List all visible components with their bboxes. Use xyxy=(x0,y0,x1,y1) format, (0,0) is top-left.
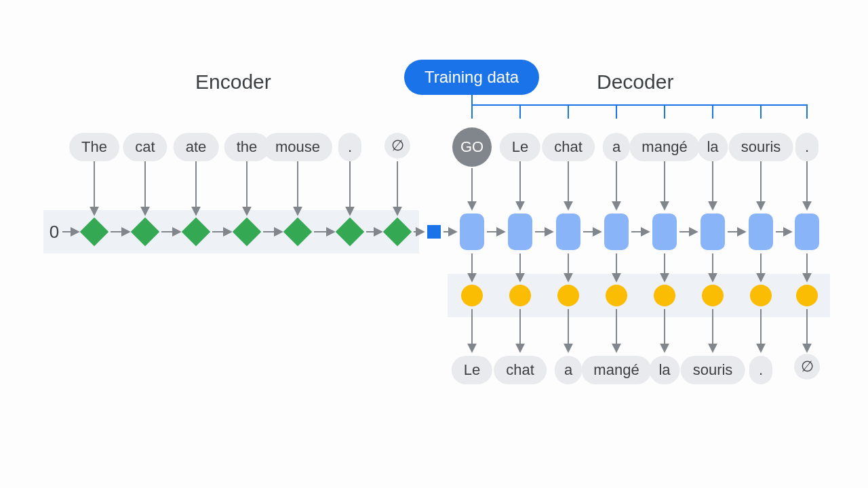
decoder-softmax-5 xyxy=(702,285,724,306)
encoder-token-1: cat xyxy=(123,133,167,161)
decoder-output-6: . xyxy=(749,356,772,384)
decoder-input-7: . xyxy=(795,133,818,161)
decoder-softmax-0 xyxy=(461,285,483,306)
encoder-token-0: The xyxy=(69,133,119,161)
context-vector xyxy=(427,225,441,239)
decoder-title: Decoder xyxy=(597,70,673,94)
decoder-output-0: Le xyxy=(452,356,492,384)
decoder-softmax-2 xyxy=(557,285,579,306)
decoder-input-6: souris xyxy=(729,133,793,161)
decoder-cell-1 xyxy=(508,214,532,250)
encoder-token-2: ate xyxy=(174,133,219,161)
decoder-output-5: souris xyxy=(681,356,745,384)
decoder-softmax-7 xyxy=(796,285,818,306)
decoder-softmax-6 xyxy=(750,285,772,306)
decoder-cell-6 xyxy=(749,214,773,250)
decoder-input-2: chat xyxy=(542,133,595,161)
training-data-badge: Training data xyxy=(404,60,539,95)
decoder-output-3: mangé xyxy=(581,356,651,384)
decoder-input-1: Le xyxy=(500,133,540,161)
encoder-initial-state: 0 xyxy=(50,222,59,243)
decoder-input-3: a xyxy=(603,133,630,161)
decoder-cell-7 xyxy=(795,214,819,250)
decoder-input-4: mangé xyxy=(629,133,699,161)
decoder-input-5: la xyxy=(697,133,728,161)
decoder-cell-0 xyxy=(460,214,484,250)
decoder-output-4: la xyxy=(649,356,679,384)
decoder-cell-2 xyxy=(556,214,580,250)
decoder-cell-3 xyxy=(604,214,629,250)
decoder-softmax-1 xyxy=(509,285,531,306)
decoder-output-1: chat xyxy=(494,356,547,384)
decoder-cell-5 xyxy=(701,214,725,250)
decoder-output-7: ∅ xyxy=(794,354,820,380)
decoder-output-track xyxy=(448,274,830,317)
decoder-output-2: a xyxy=(555,356,582,384)
decoder-softmax-4 xyxy=(654,285,675,306)
decoder-input-go: GO xyxy=(452,127,492,167)
decoder-cell-4 xyxy=(652,214,677,250)
encoder-token-6: ∅ xyxy=(384,133,410,159)
encoder-token-4: mouse xyxy=(263,133,332,161)
encoder-token-5: . xyxy=(338,133,361,161)
decoder-softmax-3 xyxy=(606,285,627,306)
encoder-title: Encoder xyxy=(195,70,271,94)
